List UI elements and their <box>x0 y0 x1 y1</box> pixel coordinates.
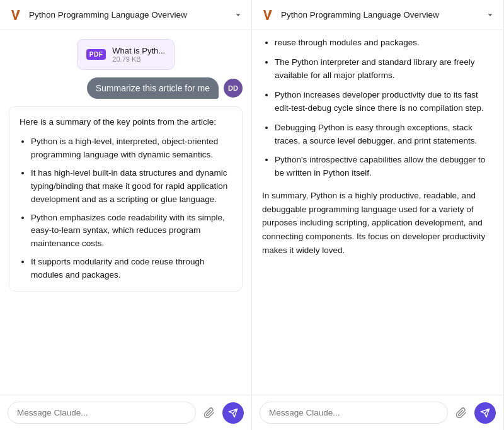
left-message-input[interactable] <box>8 402 196 424</box>
assistant-bullet-list: Python is a high-level, interpreted, obj… <box>20 135 232 282</box>
right-attach-button[interactable] <box>453 405 469 421</box>
pdf-attachment: PDF What is Pyth... 20.79 KB <box>77 39 175 70</box>
right-header: Python Programming Language Overview <box>252 0 503 30</box>
left-chat-body: PDF What is Pyth... 20.79 KB Summarize t… <box>0 30 251 395</box>
pdf-name: What is Pyth... <box>112 46 165 55</box>
assistant-intro: Here is a summary of the key points from… <box>20 116 232 129</box>
assistant-message: Here is a summary of the key points from… <box>9 106 243 291</box>
left-input-area <box>0 395 251 430</box>
send-icon-right <box>480 408 490 418</box>
left-attach-button[interactable] <box>201 405 217 421</box>
right-bullet-list: reuse through modules and packages. The … <box>262 37 493 180</box>
left-header-title: Python Programming Language Overview <box>29 10 229 20</box>
pdf-size: 20.79 KB <box>112 55 165 63</box>
right-message-input[interactable] <box>260 402 448 424</box>
user-message-bubble: Summarize this article for me <box>87 77 219 99</box>
right-panel-body: reuse through modules and packages. The … <box>252 30 503 395</box>
list-item: Debugging Python is easy through excepti… <box>275 122 493 148</box>
list-item: reuse through modules and packages. <box>275 37 493 50</box>
user-message-row: Summarize this article for me DD <box>9 77 243 99</box>
left-panel: Python Programming Language Overview PDF… <box>0 0 252 430</box>
avatar: DD <box>224 79 243 98</box>
anthropic-logo-icon <box>9 8 24 23</box>
attach-icon-right <box>455 407 467 419</box>
list-item: Python is a high-level, interpreted, obj… <box>31 135 232 162</box>
right-send-button[interactable] <box>474 402 496 424</box>
right-summary: In summary, Python is a highly productiv… <box>262 189 493 257</box>
attach-icon <box>203 407 215 419</box>
left-chevron-down-icon[interactable] <box>234 11 243 20</box>
right-chevron-down-icon[interactable] <box>486 11 495 20</box>
right-input-area <box>252 395 503 430</box>
list-item: Python emphasizes code readability with … <box>31 212 232 251</box>
list-item: It supports modularity and code reuse th… <box>31 256 232 282</box>
send-icon <box>228 408 238 418</box>
list-item: The Python interpreter and standard libr… <box>275 56 493 82</box>
list-item: Python increases developer productivity … <box>275 89 493 115</box>
left-send-button[interactable] <box>222 402 244 424</box>
anthropic-logo-icon-right <box>261 8 276 23</box>
list-item: Python's introspective capabilities allo… <box>275 154 493 180</box>
left-header: Python Programming Language Overview <box>0 0 251 30</box>
right-panel: Python Programming Language Overview reu… <box>252 0 504 430</box>
pdf-info: What is Pyth... 20.79 KB <box>112 46 165 63</box>
pdf-badge: PDF <box>86 49 106 60</box>
right-header-title: Python Programming Language Overview <box>281 10 481 20</box>
list-item: It has high-level built-in data structur… <box>31 167 232 207</box>
